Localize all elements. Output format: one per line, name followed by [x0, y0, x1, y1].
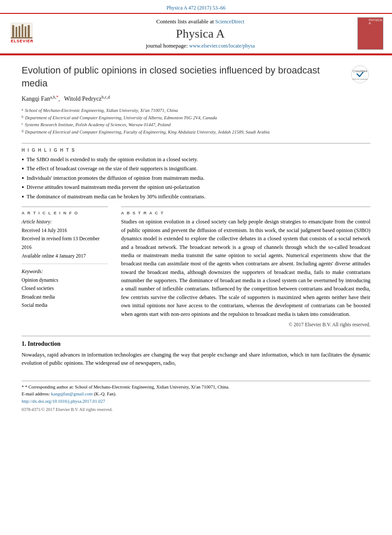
authors-line: Kangqi Fana,b,*, Witold Pedryczb,c,d [22, 95, 370, 102]
bullet-icon: • [22, 194, 24, 201]
homepage-link[interactable]: www.elsevier.com/locate/physa [189, 43, 255, 49]
affil-d: d Department of Electrical and Computer … [22, 129, 370, 136]
email-label: E-mail address: [22, 392, 50, 396]
affil-c-text: Systems Research Institute, Polish Acade… [25, 121, 171, 129]
affil-a-sup: a [22, 107, 23, 115]
author1-name: Kangqi Fan [22, 96, 50, 102]
abstract-column: A B S T R A C T Studies on opinion evolu… [121, 207, 370, 327]
received-date: Received 14 July 2016 [22, 226, 108, 235]
doi-link[interactable]: http://dx.doi.org/10.1016/j.physa.2017.0… [22, 399, 105, 404]
article-info-label: A R T I C L E I N F O [22, 210, 108, 215]
affil-d-sup: d [22, 129, 23, 136]
sciencedirect-link[interactable]: ScienceDirect [215, 19, 244, 25]
affil-c-sup: c [22, 121, 23, 129]
email-line: E-mail address: kangqifan@gmail.com (K.-… [22, 391, 370, 398]
available-date: Available online 4 January 2017 [22, 252, 108, 261]
homepage-line: journal homepage: www.elsevier.com/locat… [48, 42, 353, 49]
email-link[interactable]: kangqifan@gmail.com [51, 392, 92, 396]
journal-ref-link[interactable]: Physica A 472 (2017) 53–66 [166, 5, 226, 11]
svg-rect-6 [28, 25, 30, 37]
highlights-label: H I G H L I G H T S [22, 148, 370, 153]
list-item: • The effect of broadcast coverage on th… [22, 165, 370, 173]
contents-text: Contents lists available at ScienceDirec… [48, 18, 353, 25]
intro-divider [22, 336, 370, 336]
article-title-section: Evolution of public opinions in closed s… [22, 64, 370, 89]
footnote-text: * Corresponding author at: School of Mec… [25, 385, 229, 389]
copyright-footer: 0378-4371/© 2017 Elsevier B.V. All right… [22, 406, 370, 413]
intro-heading: 1. Introduction [22, 341, 370, 347]
highlight-text: The effect of broadcast coverage on the … [27, 165, 198, 173]
svg-rect-7 [11, 37, 32, 38]
highlights-section: H I G H L I G H T S • The SJBO model is … [22, 148, 370, 201]
abstract-section: A B S T R A C T Studies on opinion evolu… [121, 207, 370, 327]
doi-line: http://dx.doi.org/10.1016/j.physa.2017.0… [22, 398, 370, 405]
affil-a-text: School of Mechano-Electronic Engineering… [25, 107, 178, 115]
svg-text:CrossMark: CrossMark [353, 70, 367, 73]
corresponding-asterisk: * [56, 95, 58, 99]
introduction-section: 1. Introduction Nowadays, rapid advances… [22, 336, 370, 368]
main-content: Evolution of public opinions in closed s… [0, 55, 392, 422]
homepage-prefix: journal homepage: [146, 42, 188, 49]
journal-info: Contents lists available at ScienceDirec… [48, 18, 353, 49]
keyword-4: Social media [22, 301, 108, 310]
intro-text: Nowadays, rapid advances in information … [22, 351, 370, 368]
affil-c: c Systems Research Institute, Polish Aca… [22, 121, 370, 129]
article-info-section: A R T I C L E I N F O Article history: R… [22, 207, 108, 309]
highlights-list: • The SJBO model is extended to study th… [22, 156, 370, 201]
asterisk-symbol: * [22, 385, 25, 389]
highlight-text: The dominance of mainstream media can be… [27, 193, 206, 201]
svg-text:click for updates: click for updates [352, 78, 368, 80]
affil-b-sup: b [22, 115, 23, 122]
two-column-layout: A R T I C L E I N F O Article history: R… [22, 207, 370, 327]
keyword-2: Closed societies [22, 284, 108, 293]
journal-cover-thumbnail: PHYSICAA [357, 17, 383, 50]
history-label: Article history: [22, 218, 108, 226]
article-history: Article history: Received 14 July 2016 R… [22, 218, 108, 264]
footnote-area: * * Corresponding author at: School of M… [22, 381, 370, 413]
affiliations: a School of Mechano-Electronic Engineeri… [22, 107, 370, 136]
highlight-text: The SJBO model is extended to study the … [27, 156, 198, 164]
journal-title: Physica A [48, 27, 353, 41]
revised-date: Received in revised form 13 December 201… [22, 235, 108, 252]
keyword-3: Broadcast media [22, 293, 108, 302]
list-item: • Diverse attitudes toward mainstream me… [22, 184, 370, 191]
keywords-section: Keywords: Opinion dynamics Closed societ… [22, 268, 108, 310]
publisher-bar: ELSEVIER Contents lists available at Sci… [0, 14, 392, 54]
svg-rect-3 [19, 26, 20, 37]
contents-label: Contents lists available at [156, 18, 214, 25]
email-suffix: (K.-Q. Fan). [94, 392, 116, 396]
bullet-icon: • [22, 166, 24, 173]
list-item: • The dominance of mainstream media can … [22, 193, 370, 201]
keyword-1: Opinion dynamics [22, 276, 108, 285]
abstract-text: Studies on opinion evolution in a closed… [121, 218, 370, 318]
svg-text:ELSEVIER: ELSEVIER [11, 39, 34, 43]
svg-rect-2 [16, 27, 17, 37]
article-info-column: A R T I C L E I N F O Article history: R… [22, 207, 108, 327]
svg-rect-5 [25, 26, 26, 37]
affil-b: b Department of Electrical and Computer … [22, 115, 370, 122]
affil-d-text: Department of Electrical and Computer En… [25, 129, 270, 136]
list-item: • Individuals' interaction promotes the … [22, 175, 370, 182]
keywords-label: Keywords: [22, 268, 108, 276]
article-title: Evolution of public opinions in closed s… [22, 64, 344, 89]
highlights-divider [22, 143, 370, 143]
list-item: • The SJBO model is extended to study th… [22, 156, 370, 164]
bullet-icon: • [22, 175, 24, 182]
highlight-text: Diverse attitudes toward mainstream medi… [27, 184, 200, 191]
corresponding-author-note: * * Corresponding author at: School of M… [22, 384, 370, 391]
affil-b-text: Department of Electrical and Computer En… [25, 115, 217, 122]
highlight-text: Individuals' interaction promotes the di… [27, 175, 205, 182]
affil-a: a School of Mechano-Electronic Engineeri… [22, 107, 370, 115]
svg-rect-4 [22, 24, 23, 37]
author2-name: Witold Pedrycz [64, 96, 102, 102]
author2-sup: b,c,d [102, 95, 110, 99]
journal-header: Physica A 472 (2017) 53–66 [0, 0, 392, 14]
elsevier-logo: ELSEVIER [9, 21, 43, 47]
author1-sup: a,b, [50, 95, 56, 99]
bullet-icon: • [22, 184, 24, 191]
abstract-copyright: © 2017 Elsevier B.V. All rights reserved… [121, 322, 370, 327]
abstract-label: A B S T R A C T [121, 210, 370, 215]
crossmark-badge[interactable]: CrossMark click for updates [350, 64, 370, 85]
svg-point-9 [351, 66, 369, 83]
bullet-icon: • [22, 156, 24, 164]
